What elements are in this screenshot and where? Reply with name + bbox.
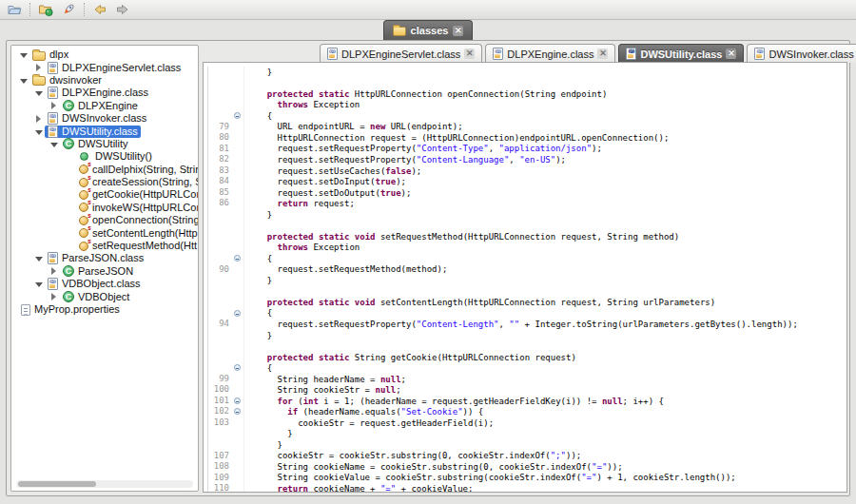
fold-collapse-icon[interactable]	[234, 255, 241, 262]
fold-column[interactable]	[232, 429, 244, 440]
tree-item-dlpxengine[interactable]: DLPXEngine	[11, 100, 198, 112]
fold-column[interactable]	[232, 231, 244, 242]
fold-column[interactable]	[232, 253, 244, 264]
fold-column[interactable]	[232, 330, 244, 341]
code-editor[interactable]: } protected static HttpURLConnection ope…	[203, 62, 847, 493]
collapse-arrow-icon[interactable]	[48, 141, 60, 147]
tree-item-parsejson-class[interactable]: ParseJSON.class	[11, 252, 198, 264]
close-icon[interactable]: ✕	[726, 48, 736, 59]
code-line[interactable]	[204, 340, 846, 352]
close-icon[interactable]: ✕	[597, 48, 608, 59]
fold-column[interactable]	[232, 176, 244, 187]
view-tab-classes[interactable]: classes ✕	[383, 20, 474, 40]
code-line[interactable]: throws Exception	[204, 242, 846, 254]
tree-item-dwsinvoker[interactable]: dwsinvoker	[11, 74, 198, 87]
tree-item-dlpxengineservlet-class[interactable]: DLPXEngineServlet.class	[11, 61, 198, 73]
fold-column[interactable]	[232, 198, 244, 209]
fold-column[interactable]	[232, 439, 244, 451]
fold-column[interactable]	[232, 396, 244, 407]
collapse-arrow-icon[interactable]	[32, 128, 45, 135]
code-line[interactable]: 100 String cookieStr = null;	[204, 384, 846, 396]
close-icon[interactable]: ✕	[453, 26, 463, 36]
code-line[interactable]: 110 return cookieName + "=" + cookieValu…	[204, 483, 846, 493]
code-line[interactable]	[204, 78, 846, 89]
tree-item-parsejson[interactable]: ParseJSON	[11, 265, 198, 278]
fold-column[interactable]	[232, 209, 244, 221]
tree-item-setrequestmethod-htt[interactable]: setRequestMethod(Htt	[11, 240, 198, 252]
code-line[interactable]: 82 request.setRequestProperty("Content-L…	[204, 154, 846, 165]
fold-column[interactable]	[232, 286, 244, 298]
fold-column[interactable]	[232, 88, 244, 100]
fold-column[interactable]	[232, 264, 244, 276]
tree-item-dlpx[interactable]: dlpx	[11, 48, 198, 61]
code-line[interactable]: 102 if (headerName.equals("Set-Cookie"))…	[204, 406, 846, 417]
code-line[interactable]: }	[204, 275, 846, 286]
fold-collapse-icon[interactable]	[234, 310, 241, 317]
code-line[interactable]: {	[204, 362, 846, 374]
code-line[interactable]: }	[204, 67, 846, 78]
forward-button[interactable]	[113, 1, 132, 18]
back-button[interactable]	[90, 1, 109, 18]
fold-column[interactable]	[232, 110, 244, 122]
code-line[interactable]: protected static void setContentLength(H…	[204, 297, 846, 308]
fold-column[interactable]	[232, 144, 244, 155]
tree-item-getcookie-httpurlcon[interactable]: getCookie(HttpURLCon	[11, 188, 198, 201]
fold-column[interactable]	[232, 384, 244, 396]
expand-arrow-icon[interactable]	[48, 293, 60, 300]
editor-tab-dwsutility-class[interactable]: DWSUtility.class ✕	[618, 44, 744, 63]
fold-collapse-icon[interactable]	[234, 112, 241, 119]
open-type-button[interactable]	[36, 1, 55, 18]
fold-column[interactable]	[232, 483, 244, 493]
code-line[interactable]: 85 request.setDoOutput(true);	[204, 187, 846, 199]
code-line[interactable]: 90 request.setRequestMethod(method);	[204, 264, 846, 276]
code-line[interactable]: 86 return request;	[204, 198, 846, 209]
fold-column[interactable]	[232, 473, 244, 484]
collapse-arrow-icon[interactable]	[32, 89, 45, 96]
code-line[interactable]: 81 request.setRequestProperty("Content-T…	[204, 144, 846, 155]
code-line[interactable]: 84 request.setDoInput(true);	[204, 176, 846, 187]
tree-item-invokews-httpurlconn[interactable]: invokeWS(HttpURLConn	[11, 202, 198, 214]
tree-item-vdbobject[interactable]: VDBObject	[11, 290, 198, 302]
tree-item-dwsinvoker-class[interactable]: DWSInvoker.class	[11, 112, 198, 125]
fold-column[interactable]	[232, 78, 244, 89]
code-line[interactable]: }	[204, 330, 846, 341]
code-line[interactable]: 94 request.setRequestProperty("Content-L…	[204, 319, 846, 330]
open-folder-button[interactable]	[5, 1, 24, 18]
scrollbar-thumb[interactable]	[18, 481, 96, 487]
code-line[interactable]	[204, 220, 846, 231]
code-line[interactable]: 79 URL endpointURL = new URL(endpoint);	[204, 122, 846, 133]
code-line[interactable]: 109 String cookieValue = cookieStr.subst…	[204, 473, 846, 484]
fold-column[interactable]	[232, 132, 244, 144]
code-line[interactable]: protected static void setRequestMethod(H…	[204, 231, 846, 242]
code-line[interactable]: throws Exception	[204, 100, 846, 111]
code-line[interactable]: {	[204, 110, 846, 122]
collapse-arrow-icon[interactable]	[17, 51, 29, 58]
code-line[interactable]	[204, 286, 846, 298]
fold-column[interactable]	[232, 308, 244, 320]
code-line[interactable]: }	[204, 439, 846, 451]
editor-tab-dlpxengine-class[interactable]: DLPXEngine.class ✕	[485, 44, 615, 63]
collapse-arrow-icon[interactable]	[17, 77, 29, 84]
code-line[interactable]: 101 for (int i = 1; (headerName = reques…	[204, 396, 846, 407]
fold-column[interactable]	[232, 451, 244, 462]
tree-horizontal-scrollbar[interactable]	[16, 480, 193, 488]
editor-tab-dwsinvoker-class[interactable]: DWSInvoker.class ✕	[747, 44, 856, 63]
expand-arrow-icon[interactable]	[32, 64, 45, 71]
tree-item-calldelphix-string-strin[interactable]: callDelphix(String, Strin	[11, 164, 198, 176]
code-line[interactable]: 83 request.setUseCaches(false);	[204, 165, 846, 177]
tree-item-dwsutility[interactable]: DWSUtility()	[11, 150, 198, 163]
tree-item-myprop-properties[interactable]: MyProp.properties	[11, 303, 198, 316]
rocket-button[interactable]	[59, 1, 78, 18]
code-line[interactable]: {	[204, 253, 846, 264]
code-line[interactable]: protected static HttpURLConnection openC…	[204, 88, 846, 100]
code-line[interactable]: protected static String getCookie(HttpUR…	[204, 352, 846, 363]
editor-tab-dlpxengineservlet-class[interactable]: DLPXEngineServlet.class ✕	[320, 44, 482, 63]
fold-column[interactable]	[232, 242, 244, 254]
tree-item-openconnection-string[interactable]: openConnection(String	[11, 214, 198, 226]
fold-column[interactable]	[232, 340, 244, 352]
code-line[interactable]: 107 cookieStr = cookieStr.substring(0, c…	[204, 451, 846, 462]
fold-column[interactable]	[232, 275, 244, 286]
fold-column[interactable]	[232, 417, 244, 429]
fold-collapse-icon[interactable]	[234, 364, 241, 371]
collapse-arrow-icon[interactable]	[32, 281, 45, 287]
